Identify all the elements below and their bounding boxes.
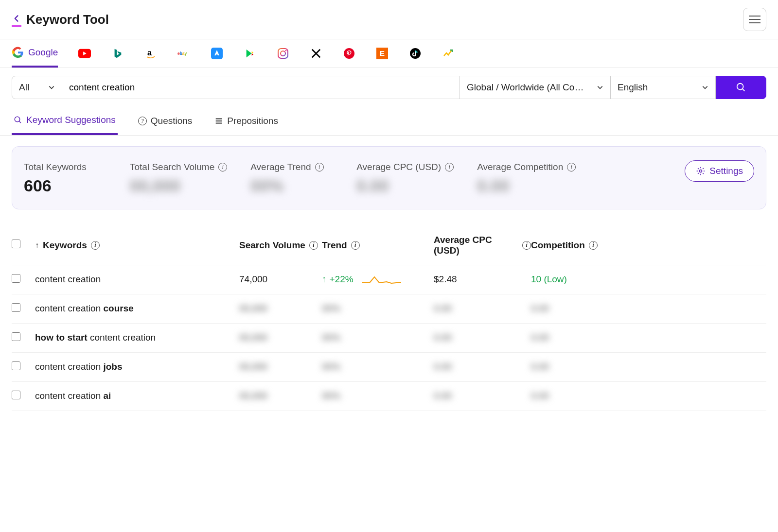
row-checkbox[interactable] — [12, 332, 20, 341]
search-icon — [736, 82, 746, 93]
search-button[interactable] — [716, 76, 766, 99]
platform-trends[interactable] — [442, 47, 455, 67]
platform-tiktok[interactable] — [409, 47, 422, 67]
tab-prepositions[interactable]: Prepositions — [212, 107, 280, 135]
platform-bing[interactable] — [111, 47, 124, 67]
cell-competition: 10 (Low) — [531, 274, 609, 285]
row-checkbox[interactable] — [12, 274, 20, 283]
platform-instagram[interactable] — [277, 47, 289, 67]
info-icon[interactable]: i — [351, 241, 360, 250]
svg-point-6 — [285, 50, 287, 51]
platform-google[interactable]: Google — [12, 46, 58, 68]
cell-cpc: 0.00 — [434, 303, 531, 314]
cell-keyword: content creation course — [35, 303, 239, 314]
arrow-up-icon: ↑ — [322, 274, 327, 285]
cell-search-volume: 74,000 — [239, 274, 322, 285]
stat-avg-competition: Average Competition i 0.00 — [477, 160, 576, 195]
ebay-icon: ebay — [177, 47, 190, 60]
region-dropdown[interactable]: Global / Worldwide (All Co… — [460, 76, 611, 99]
col-avg-cpc[interactable]: Average CPC (USD) i — [434, 235, 531, 256]
info-icon[interactable]: i — [315, 163, 324, 172]
settings-button[interactable]: Settings — [685, 160, 754, 182]
search-icon — [14, 116, 22, 124]
row-checkbox[interactable] — [12, 361, 20, 370]
language-dropdown[interactable]: English — [611, 76, 716, 99]
table-row: content creation ai00,00000%0.000.00 — [12, 382, 766, 411]
etsy-icon: E — [376, 47, 389, 60]
table-row: content creation74,000↑ +22% $2.4810 (Lo… — [12, 265, 766, 294]
chevron-down-icon — [48, 84, 55, 91]
cell-keyword: how to start content creation — [35, 332, 239, 343]
sort-asc-icon: ↑ — [35, 241, 39, 250]
platform-ebay[interactable]: ebay — [177, 47, 190, 67]
tab-keyword-suggestions[interactable]: Keyword Suggestions — [12, 107, 118, 135]
search-input[interactable] — [69, 82, 453, 93]
cell-competition: 0.00 — [531, 332, 609, 343]
cell-trend: 00% — [322, 361, 434, 372]
info-icon[interactable]: i — [567, 163, 576, 172]
col-keywords[interactable]: ↑Keywords i — [35, 240, 239, 251]
region-label: Global / Worldwide (All Co… — [467, 82, 584, 93]
cell-keyword: content creation ai — [35, 391, 239, 401]
language-label: English — [618, 82, 648, 93]
col-search-volume[interactable]: Search Volume i — [239, 240, 322, 251]
stat-label: Average CPC (USD) i — [356, 160, 454, 174]
bing-icon — [111, 47, 124, 60]
brand-logo-icon — [12, 12, 21, 27]
tab-label: Prepositions — [227, 116, 278, 126]
result-tabs: Keyword Suggestions ? Questions Preposit… — [0, 107, 778, 136]
svg-rect-4 — [278, 49, 288, 58]
stat-label: Total Search Volume i — [130, 160, 227, 174]
trends-icon — [442, 47, 455, 60]
platform-google-label: Google — [28, 47, 58, 58]
svg-point-12 — [15, 117, 20, 122]
info-icon[interactable]: i — [589, 241, 598, 250]
settings-label: Settings — [709, 166, 743, 176]
appstore-icon — [211, 47, 223, 60]
cell-search-volume: 00,000 — [239, 391, 322, 401]
platform-playstore[interactable] — [244, 47, 256, 67]
platform-youtube[interactable] — [78, 47, 91, 67]
cell-search-volume: 00,000 — [239, 361, 322, 372]
cell-trend: 00% — [322, 332, 434, 343]
playstore-icon — [244, 47, 256, 60]
platform-x[interactable] — [310, 47, 322, 67]
stat-value: 00% — [250, 176, 333, 195]
question-icon: ? — [138, 117, 147, 125]
select-all-checkbox[interactable] — [12, 240, 20, 248]
col-trend[interactable]: Trend i — [322, 240, 434, 251]
platform-etsy[interactable]: E — [376, 47, 389, 67]
svg-text:a: a — [147, 49, 152, 57]
youtube-icon — [78, 47, 91, 60]
platform-appstore[interactable] — [211, 47, 223, 67]
platform-pinterest[interactable] — [343, 47, 355, 67]
info-icon[interactable]: i — [309, 241, 318, 250]
filter-dropdown[interactable]: All — [12, 76, 62, 99]
tab-label: Keyword Suggestions — [26, 115, 116, 125]
info-icon[interactable]: i — [522, 241, 531, 250]
search-bar: All Global / Worldwide (All Co… English — [0, 68, 778, 107]
col-competition[interactable]: Competition i — [531, 240, 609, 251]
x-icon — [310, 47, 322, 60]
pinterest-icon — [343, 47, 355, 60]
table-row: content creation course00,00000%0.000.00 — [12, 294, 766, 324]
info-icon[interactable]: i — [91, 241, 100, 250]
sparkline-icon — [362, 274, 401, 285]
stat-total-keywords: Total Keywords 606 — [24, 160, 106, 195]
stat-total-search-volume: Total Search Volume i 00,000 — [130, 160, 227, 195]
stat-label: Total Keywords — [24, 160, 106, 174]
tab-questions[interactable]: ? Questions — [136, 107, 194, 135]
row-checkbox[interactable] — [12, 391, 20, 399]
menu-button[interactable] — [743, 8, 766, 31]
stat-avg-trend: Average Trend i 00% — [250, 160, 333, 195]
info-icon[interactable]: i — [218, 163, 227, 172]
results-table: ↑Keywords i Search Volume i Trend i Aver… — [0, 220, 778, 411]
cell-cpc: 0.00 — [434, 391, 531, 401]
amazon-icon: a — [144, 47, 157, 60]
platform-amazon[interactable]: a — [144, 47, 157, 67]
info-icon[interactable]: i — [445, 163, 454, 172]
stat-label: Average Trend i — [250, 160, 333, 174]
row-checkbox[interactable] — [12, 303, 20, 312]
cell-keyword: content creation — [35, 274, 239, 285]
search-input-wrap — [62, 76, 460, 99]
